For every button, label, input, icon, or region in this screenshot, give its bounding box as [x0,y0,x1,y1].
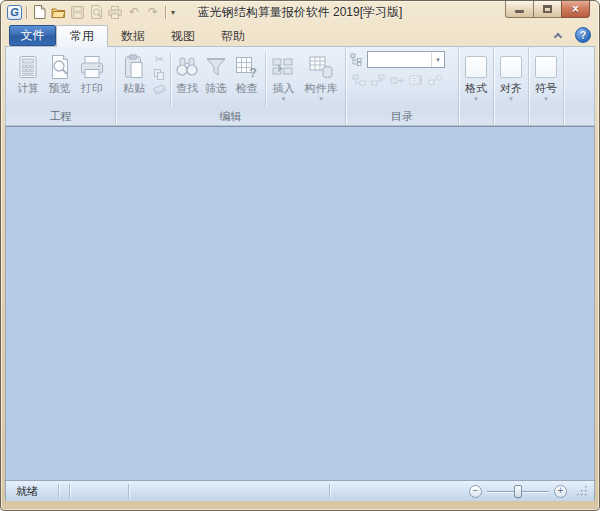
insert-button[interactable]: 插入 ▾ [268,50,299,103]
ribbon-group-symbol: 符号 ▾ [529,47,564,125]
ribbon-group-format: 格式 ▾ [459,47,494,125]
quick-access-toolbar: G [1,4,175,20]
calculate-label: 计算 [17,82,39,94]
print-button[interactable] [107,4,123,20]
tree-rename-button[interactable] [409,74,424,86]
format-button[interactable]: 格式 ▾ [465,50,487,103]
find-button[interactable]: 查找 [173,50,202,94]
copy-button[interactable] [152,68,166,81]
tab-data[interactable]: 数据 [108,25,158,47]
ribbon-group-project: 计算 预览 [6,47,116,125]
catalog-combobox-input[interactable] [368,53,431,66]
open-file-button[interactable] [50,4,66,20]
insert-cells-icon [270,52,296,82]
format-icon [465,56,487,78]
collapse-ribbon-button[interactable] [550,28,566,42]
status-separator [329,484,330,498]
printer-icon [79,52,105,82]
minus-icon: − [473,486,479,496]
tree-move-button[interactable] [390,74,405,86]
status-ready-text: 就绪 [10,484,44,499]
zoom-in-button[interactable]: + [554,485,567,498]
funnel-icon [204,52,228,82]
check-grid-icon: ? [234,52,260,82]
cut-button[interactable]: ✂ [152,53,166,66]
print-preview-button[interactable] [88,4,104,20]
help-button[interactable]: ? [575,27,591,43]
component-library-label: 构件库 [304,82,337,94]
tab-help[interactable]: 帮助 [208,25,258,47]
group-label-catalog: 目录 [346,109,458,125]
binoculars-icon [174,52,200,82]
tab-file[interactable]: 文件 [9,25,56,46]
copy-icon [154,69,164,80]
plus-icon: + [558,486,564,496]
group-label-edit: 编辑 [116,109,345,125]
dropdown-arrow-icon: ▾ [282,95,286,103]
align-label: 对齐 [500,82,522,94]
group-label-symbol [529,109,563,125]
check-button[interactable]: ? 检查 [231,50,264,94]
tab-common[interactable]: 常用 [56,25,108,47]
paste-button[interactable]: 粘贴 [118,50,151,94]
ribbon-print-button[interactable]: 打印 [79,50,105,94]
ribbon-group-align: 对齐 ▾ [494,47,529,125]
undo-button[interactable]: ↶ [126,4,142,20]
ribbon-group-edit: 粘贴 ✂ [116,47,346,125]
qat-customize-menu-button[interactable]: ▾ [171,8,175,17]
combobox-dropdown-arrow[interactable]: ▾ [431,52,444,67]
status-separator [58,484,59,498]
chevron-up-icon [554,32,562,40]
status-bar: 就绪 − + [5,480,595,501]
new-document-icon [33,5,46,19]
zoom-out-button[interactable]: − [469,485,482,498]
component-library-button[interactable]: 构件库 ▾ [299,50,343,103]
workspace-area [5,126,595,480]
maximize-button[interactable] [533,1,562,18]
tree-link-button[interactable] [428,74,443,86]
filter-label: 筛选 [205,82,227,94]
tree-outline-icon [350,53,363,67]
symbol-icon [535,56,557,78]
align-button[interactable]: 对齐 ▾ [500,50,522,103]
app-window: G [0,0,600,511]
new-document-button[interactable] [31,4,47,20]
symbol-button[interactable]: 符号 ▾ [535,50,557,103]
check-label: 检查 [236,82,258,94]
app-icon[interactable]: G [7,5,22,20]
component-library-icon [307,52,335,82]
align-icon [500,56,522,78]
erase-button[interactable] [152,83,166,96]
eraser-icon [153,84,166,94]
minimize-button[interactable] [505,1,534,18]
clipboard-small-tools: ✂ [151,50,168,96]
group-inner-separator [170,52,171,107]
tree-promote-button[interactable] [371,74,386,86]
calculate-button[interactable]: 计算 [16,50,40,94]
zoom-control: − + [469,485,590,498]
undo-icon: ↶ [129,6,139,18]
calculator-icon [16,52,40,82]
zoom-slider-thumb[interactable] [514,485,522,498]
dropdown-arrow-icon: ▾ [319,95,323,103]
redo-button[interactable]: ↷ [145,4,161,20]
zoom-slider[interactable] [487,485,549,498]
preview-page-icon [49,52,71,82]
filter-button[interactable]: 筛选 [202,50,231,94]
tree-demote-button[interactable] [352,74,367,86]
group-label-align [494,109,528,125]
find-label: 查找 [176,82,198,94]
close-button[interactable]: × [561,1,590,18]
preview-label: 预览 [49,82,71,94]
redo-icon: ↷ [148,6,158,18]
tab-view[interactable]: 视图 [158,25,208,47]
status-separator [69,484,70,498]
catalog-combobox[interactable]: ▾ [367,51,445,68]
resize-grip[interactable] [576,485,588,497]
print-preview-icon [90,5,103,19]
window-controls: × [506,1,590,18]
preview-button[interactable]: 预览 [49,50,71,94]
group-label-project: 工程 [6,109,115,125]
save-button[interactable] [69,4,85,20]
status-separator [128,484,129,498]
